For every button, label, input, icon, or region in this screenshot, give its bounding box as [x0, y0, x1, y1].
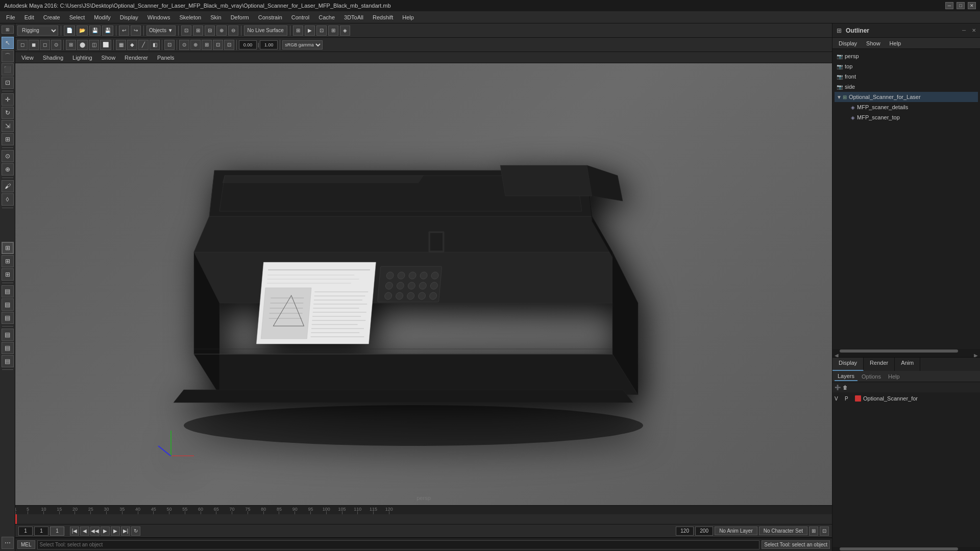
- menu-create[interactable]: Create: [39, 13, 64, 21]
- outliner-menu-display[interactable]: Display: [835, 39, 861, 47]
- viewport-menu-shading[interactable]: Shading: [39, 54, 67, 62]
- next-frame-button[interactable]: ▶: [111, 527, 120, 536]
- menu-modify[interactable]: Modify: [90, 13, 114, 21]
- hide-selected-button[interactable]: ◼: [29, 40, 39, 50]
- toggle-isolate-button[interactable]: ⊙: [51, 40, 61, 50]
- save-as-button[interactable]: 💾: [102, 26, 113, 36]
- new-scene-button[interactable]: 📄: [64, 26, 75, 36]
- sub-tab-options[interactable]: Options: [859, 372, 884, 381]
- mel-tab[interactable]: MEL: [17, 540, 35, 549]
- layer-row-default[interactable]: V P Optional_Scanner_for: [832, 392, 980, 405]
- tree-item-front[interactable]: 📷 front: [835, 71, 978, 82]
- menu-control[interactable]: Control: [287, 13, 313, 21]
- move-tool-button[interactable]: ✛: [2, 93, 14, 106]
- maximize-button[interactable]: □: [957, 2, 965, 9]
- select-all-button[interactable]: ⊞: [193, 26, 203, 36]
- timeline-track[interactable]: [15, 514, 832, 524]
- grow-selection-button[interactable]: ⊕: [216, 26, 227, 36]
- ipr-render-button[interactable]: ⊡: [316, 26, 327, 36]
- delete-layer-icon[interactable]: 🗑: [843, 385, 848, 390]
- tab-anim[interactable]: Anim: [895, 358, 920, 371]
- tree-item-mfp-top[interactable]: ◈ MFP_scaner_top: [835, 112, 978, 122]
- menu-skeleton[interactable]: Skeleton: [175, 13, 205, 21]
- unknown-tool-1[interactable]: ⊡: [2, 77, 14, 89]
- render-region-button[interactable]: ⊞: [2, 242, 14, 254]
- display-render-button[interactable]: ⊞: [328, 26, 338, 36]
- max-end-frame-input[interactable]: [695, 527, 713, 536]
- current-frame-input[interactable]: [34, 527, 48, 536]
- tree-item-side[interactable]: 📷 side: [835, 82, 978, 92]
- objects-button[interactable]: Objects ▼: [146, 26, 176, 36]
- layer-button-5[interactable]: ▤: [2, 342, 14, 354]
- tab-render[interactable]: Render: [864, 358, 895, 371]
- outliner-close[interactable]: ✕: [972, 28, 976, 33]
- menu-display[interactable]: Display: [116, 13, 142, 21]
- start-frame-input[interactable]: [18, 527, 33, 536]
- edge-mode-button[interactable]: ╱: [138, 40, 149, 50]
- char-set-icon-2[interactable]: ⊡: [820, 527, 829, 536]
- lasso-tool-button[interactable]: ⌒: [2, 50, 14, 62]
- menu-help[interactable]: Help: [398, 13, 418, 21]
- select-by-hierarchy-button[interactable]: ⊡: [181, 26, 191, 36]
- menu-windows[interactable]: Windows: [143, 13, 175, 21]
- viewport-menu-show[interactable]: Show: [97, 54, 120, 62]
- show-selected-button[interactable]: ◻: [40, 40, 50, 50]
- extra-tools-button[interactable]: ⋯: [2, 537, 14, 549]
- transform-tool-button[interactable]: ⊞: [2, 133, 14, 145]
- scale-tool-button[interactable]: ⇲: [2, 120, 14, 132]
- menu-cache[interactable]: Cache: [314, 13, 339, 21]
- menu-deform[interactable]: Deform: [227, 13, 253, 21]
- layer-button-6[interactable]: ▤: [2, 355, 14, 367]
- tree-item-mfp-details[interactable]: ◈ MFP_scaner_details: [835, 102, 978, 112]
- sub-tab-help[interactable]: Help: [885, 372, 903, 381]
- tab-display[interactable]: Display: [832, 358, 864, 371]
- flat-shade-button[interactable]: ◫: [89, 40, 99, 50]
- rotate-tool-button[interactable]: ↻: [2, 107, 14, 119]
- mode-dropdown[interactable]: Rigging: [17, 26, 58, 36]
- value-field-2[interactable]: [260, 40, 278, 49]
- smooth-shade-button[interactable]: ⬤: [77, 40, 88, 50]
- play-back-button[interactable]: ◀◀: [90, 527, 100, 536]
- paint-select-button[interactable]: ⬛: [2, 63, 14, 76]
- char-set-icon-1[interactable]: ⊞: [809, 527, 818, 536]
- prev-frame-button[interactable]: ◀: [80, 527, 89, 536]
- bounding-box-button[interactable]: ⬜: [100, 40, 111, 50]
- no-anim-layer-button[interactable]: No Anim Layer: [715, 527, 757, 535]
- snap-grid-button[interactable]: ⊞: [202, 40, 212, 50]
- viewport-canvas[interactable]: persp: [15, 63, 832, 505]
- paint-tool-button[interactable]: 🖌: [2, 180, 14, 192]
- outliner-menu-help[interactable]: Help: [886, 39, 905, 47]
- wireframe-button[interactable]: ⊞: [66, 40, 76, 50]
- minimize-button[interactable]: ─: [945, 2, 953, 9]
- show-all-button[interactable]: ◻: [17, 40, 28, 50]
- tree-item-optional-scanner[interactable]: ▼ ⊞ Optional_Scanner_for_Laser: [835, 92, 978, 102]
- loop-button[interactable]: ↻: [131, 527, 140, 536]
- vertex-mode-button[interactable]: ◆: [127, 40, 137, 50]
- component-mode-button[interactable]: ▦: [116, 40, 126, 50]
- shrink-selection-button[interactable]: ⊖: [228, 26, 238, 36]
- save-button[interactable]: 💾: [89, 26, 101, 36]
- value-field-1[interactable]: [239, 40, 257, 49]
- menu-edit[interactable]: Edit: [20, 13, 38, 21]
- redo-button[interactable]: ↪: [131, 26, 141, 36]
- end-frame-input[interactable]: [676, 527, 694, 536]
- outliner-minimize[interactable]: ─: [962, 28, 966, 33]
- go-to-end-button[interactable]: ▶|: [121, 527, 130, 536]
- no-character-set-button[interactable]: No Character Set: [759, 527, 807, 535]
- menu-constrain[interactable]: Constrain: [254, 13, 286, 21]
- viewport-menu-renderer[interactable]: Renderer: [120, 54, 152, 62]
- hypershade-button[interactable]: ◈: [340, 26, 350, 36]
- render-button[interactable]: ▶: [305, 26, 315, 36]
- menu-skin[interactable]: Skin: [206, 13, 225, 21]
- close-button[interactable]: ✕: [968, 2, 976, 9]
- layer-button-2[interactable]: ▤: [2, 298, 14, 311]
- tree-item-persp[interactable]: 📷 persp: [835, 51, 978, 61]
- sub-tab-layers[interactable]: Layers: [835, 372, 857, 381]
- layer-h-scrollbar[interactable]: [832, 547, 980, 551]
- menu-file[interactable]: File: [2, 13, 19, 21]
- select-none-button[interactable]: ⊟: [205, 26, 215, 36]
- menu-select[interactable]: Select: [65, 13, 89, 21]
- undo-button[interactable]: ↩: [119, 26, 129, 36]
- snap-to-curve-button[interactable]: ⊞: [2, 268, 14, 281]
- create-layer-icon[interactable]: ➕: [835, 385, 841, 390]
